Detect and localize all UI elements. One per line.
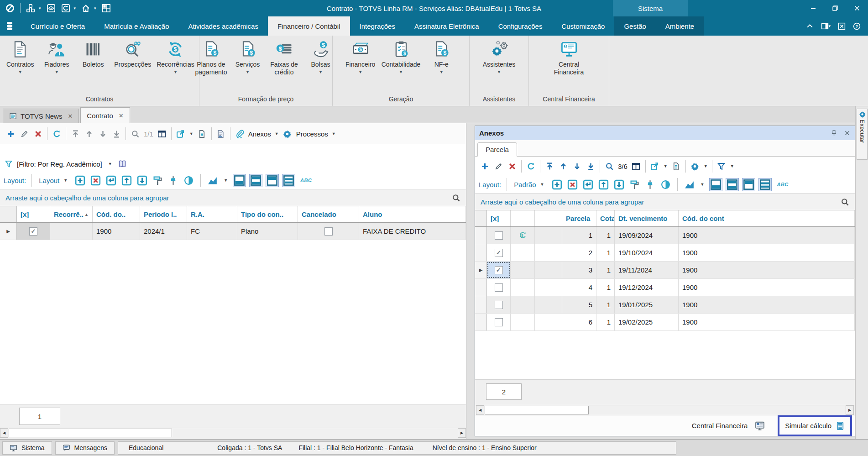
view-top-toggle[interactable]: [742, 178, 755, 191]
modules-icon[interactable]: [26, 4, 35, 13]
ribbon-item-recorr-ncias[interactable]: $Recorrências▾: [154, 39, 196, 75]
menu-tab-matr-cula-e-avalia-o[interactable]: Matrícula e Avaliação: [94, 16, 178, 36]
menu-tab-gest-o[interactable]: Gestão: [614, 16, 655, 36]
row-selector[interactable]: [475, 244, 487, 261]
layout-delete-button[interactable]: [89, 174, 102, 187]
delete-record-button[interactable]: [31, 127, 45, 141]
ribbon-item-nf-e[interactable]: $NF-e▾: [424, 39, 459, 75]
scroll-left-button[interactable]: ◀: [0, 428, 8, 438]
format-painter-button[interactable]: [152, 174, 164, 187]
ribbon-item-prospec-es[interactable]: Prospecções: [112, 39, 153, 75]
checkbox[interactable]: [29, 227, 37, 236]
parcela-horizontal-scrollbar[interactable]: ◀ ▶: [475, 405, 855, 415]
home-caret-icon[interactable]: ▾: [94, 6, 96, 10]
processos-icon[interactable]: [281, 127, 294, 141]
view-rows-toggle[interactable]: [758, 178, 772, 191]
spellcheck-button[interactable]: ABC: [775, 182, 790, 187]
table-row[interactable]: $1119/09/20241900: [475, 227, 855, 244]
anexos-icon[interactable]: [233, 127, 246, 141]
theme-button[interactable]: [659, 178, 672, 191]
ribbon-item-financeiro[interactable]: $Financeiro▾: [343, 39, 378, 75]
simular-calculo-action[interactable]: Simular cálculo: [778, 415, 852, 436]
tab-parcela[interactable]: Parcela: [477, 142, 517, 157]
column-header-cota[interactable]: Cota: [596, 210, 615, 226]
column-header-parcela[interactable]: Parcela: [562, 210, 596, 226]
scrollbar-thumb[interactable]: [485, 406, 589, 414]
add-record-button[interactable]: [478, 159, 492, 173]
layout-add-button[interactable]: [551, 178, 563, 191]
chevron-down-icon[interactable]: ▾: [498, 69, 500, 75]
refresh-button[interactable]: [50, 127, 63, 141]
search-icon[interactable]: [452, 194, 460, 202]
row-selector[interactable]: [475, 296, 487, 313]
doc-tab-totvs-news[interactable]: TOTVS News✕: [3, 109, 79, 123]
column-header-dt-vencimento[interactable]: Dt. vencimento: [615, 210, 679, 226]
table-row[interactable]: ▶3119/11/20241900: [475, 262, 855, 279]
statusbar-mensagens-button[interactable]: Mensagens: [55, 441, 115, 455]
home-icon[interactable]: [81, 4, 90, 13]
column-header-r-a-[interactable]: R.A.: [187, 206, 237, 222]
export-caret[interactable]: ▼: [662, 164, 669, 168]
scroll-left-button[interactable]: ◀: [476, 405, 484, 415]
fix-columns-button[interactable]: [167, 174, 179, 187]
parcela-group-by-area[interactable]: Arraste aqui o cabeçalho de uma coluna p…: [475, 193, 855, 210]
record-pager[interactable]: 3/6: [616, 162, 629, 170]
row-selector[interactable]: [475, 314, 487, 330]
scroll-right-button[interactable]: ▶: [458, 428, 466, 438]
column-header-per-odo-l-[interactable]: Período l..: [140, 206, 187, 222]
previous-record-button[interactable]: [82, 127, 96, 141]
preview-icon[interactable]: [47, 4, 56, 13]
tiles-icon[interactable]: [102, 4, 111, 13]
scrollbar-thumb[interactable]: [9, 429, 172, 437]
columns-button[interactable]: [629, 159, 643, 173]
view-top-toggle[interactable]: [266, 174, 279, 187]
filter-caret-icon[interactable]: ▼: [106, 162, 114, 166]
column-header--x-[interactable]: [x]: [17, 206, 50, 222]
menu-tab-customiza-o[interactable]: Customização: [552, 16, 614, 36]
menu-tab-integra-es[interactable]: Integrações: [350, 16, 405, 36]
document-button[interactable]: [669, 159, 683, 173]
ribbon-item-central-financeira[interactable]: $Central Financeira: [545, 39, 593, 83]
search-button[interactable]: [602, 159, 616, 173]
first-record-button[interactable]: [68, 127, 82, 141]
checkbox[interactable]: [495, 283, 503, 292]
chevron-down-icon[interactable]: ▾: [400, 69, 402, 75]
export-caret[interactable]: ▼: [188, 131, 195, 136]
export-button[interactable]: [174, 127, 188, 141]
totvs-menu-icon[interactable]: [0, 16, 21, 36]
columns-button[interactable]: [155, 127, 169, 141]
chart-caret[interactable]: ▼: [222, 178, 230, 183]
row-selector[interactable]: [475, 279, 487, 296]
filter-label[interactable]: [Filtro: Por Reg. Acadêmico]: [17, 160, 102, 168]
view-bottom-toggle[interactable]: [233, 174, 246, 187]
layout-export-button[interactable]: [597, 178, 610, 191]
add-record-button[interactable]: [4, 127, 17, 141]
previous-record-button[interactable]: [556, 159, 570, 173]
view-split-toggle[interactable]: [249, 174, 262, 187]
row-selector[interactable]: ▶: [475, 262, 487, 278]
column-header-c-d-do-[interactable]: Cód. do..: [93, 206, 140, 222]
settings-caret[interactable]: ▼: [702, 164, 710, 168]
menu-tab-curr-culo-e-oferta[interactable]: Currículo e Oferta: [21, 16, 94, 36]
next-record-button[interactable]: [96, 127, 110, 141]
chart-button[interactable]: [206, 174, 219, 187]
help-icon[interactable]: ?: [853, 22, 861, 30]
ribbon-item-boletos[interactable]: Boletos: [75, 39, 111, 75]
modules-caret-icon[interactable]: ▾: [39, 6, 41, 10]
table-row[interactable]: 6119/02/20251900: [475, 314, 855, 331]
first-record-button[interactable]: [543, 159, 556, 173]
column-header-tipo-do-con-[interactable]: Tipo do con..: [237, 206, 298, 222]
central-financeira-action[interactable]: Central Financeira: [692, 421, 765, 431]
report-button[interactable]: [214, 127, 228, 141]
close-view-icon[interactable]: [838, 22, 846, 30]
ribbon-item-servi-os[interactable]: $Serviços▾: [230, 39, 266, 75]
layout-return-button[interactable]: [582, 178, 594, 191]
table-row[interactable]: ▶19002024/1FCPlanoFAIXA DE CREDITO: [0, 223, 466, 240]
ribbon-item-faixas-de-cr-dito[interactable]: $Faixas de crédito: [267, 39, 302, 83]
column-header-c-d-do-cont[interactable]: Cód. do cont: [679, 210, 855, 226]
checkbox[interactable]: [495, 249, 503, 257]
chart-caret[interactable]: ▼: [699, 182, 706, 187]
checkbox[interactable]: [495, 301, 503, 309]
chevron-down-icon[interactable]: ▾: [246, 69, 249, 75]
view-bottom-toggle[interactable]: [709, 178, 722, 191]
